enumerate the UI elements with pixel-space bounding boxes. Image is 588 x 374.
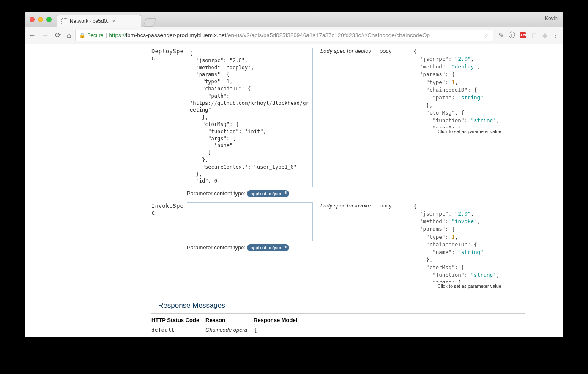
content-type-label: Parameter content type: <box>187 190 246 197</box>
toolbar: ← → ⟳ ⌂ 🔒 Secure | https://ibm-bcs-passe… <box>25 27 563 44</box>
response-header: HTTP Status Code Reason Response Model <box>151 314 525 327</box>
param-description: body spec for deploy <box>316 48 380 197</box>
param-data-type: { "jsonrpc": "2.0", "method": "invoke", … <box>413 202 525 289</box>
content-type-row: Parameter content type: application/json <box>187 190 316 197</box>
extension-icons: ✎ ⓘ ABP ◻ ◆ ⋮ <box>498 31 559 40</box>
lock-icon: 🔒 <box>79 33 85 38</box>
deploy-body-textarea[interactable] <box>187 48 313 187</box>
home-icon[interactable]: ⌂ <box>67 31 71 40</box>
swagger-panel: DeploySpec Parameter content type: appli… <box>151 44 525 337</box>
param-value: Parameter content type: application/json <box>187 202 316 289</box>
titlebar: Network · ba5d0.. × Kevin <box>25 12 563 27</box>
invoke-body-textarea[interactable] <box>187 202 313 241</box>
close-window-icon[interactable] <box>30 17 35 22</box>
reason: Chaincode opera <box>205 327 254 333</box>
page-content: DeploySpec Parameter content type: appli… <box>25 44 563 337</box>
tab-title: Network · ba5d0.. <box>70 18 109 24</box>
drive-icon[interactable]: ◆ <box>542 31 548 39</box>
maximize-window-icon[interactable] <box>46 17 52 22</box>
info-icon[interactable]: ⓘ <box>509 31 515 40</box>
secure-badge: 🔒 Secure <box>79 33 103 38</box>
content-type-label: Parameter content type: <box>187 244 246 251</box>
nav-controls: ← → ⟳ ⌂ <box>29 31 71 40</box>
forward-icon[interactable]: → <box>42 31 49 40</box>
param-description: body spec for invoke <box>316 202 380 289</box>
param-type: body <box>380 48 413 197</box>
param-name: InvokeSpec <box>151 202 187 289</box>
url-host: ibm-bcs-passenger-prod.mybluemix.net <box>126 32 226 38</box>
response-model: { <box>254 327 525 333</box>
col-status: HTTP Status Code <box>151 317 205 323</box>
address-bar[interactable]: 🔒 Secure | https://ibm-bcs-passenger-pro… <box>75 30 493 41</box>
param-type: body <box>380 202 413 289</box>
profile-label[interactable]: Kevin <box>545 16 558 22</box>
back-icon[interactable]: ← <box>29 31 36 40</box>
menu-icon[interactable]: ⋮ <box>552 31 559 39</box>
url-path: /en-us/v2/apis/ba5d025f326946a1a17a37c12… <box>226 32 430 38</box>
param-row-deploy: DeploySpec Parameter content type: appli… <box>151 44 525 199</box>
tab-close-icon[interactable]: × <box>112 18 115 24</box>
secure-label: Secure <box>87 33 103 38</box>
browser-window: Network · ba5d0.. × Kevin ← → ⟳ ⌂ 🔒 Secu… <box>25 12 563 337</box>
tab-strip: Network · ba5d0.. × <box>57 12 155 27</box>
status-code: default <box>151 327 205 333</box>
col-reason: Reason <box>205 317 254 323</box>
model-schema[interactable]: { "jsonrpc": "2.0", "method": "deploy", … <box>413 48 525 128</box>
param-name: DeploySpec <box>151 48 187 197</box>
browser-tab[interactable]: Network · ba5d0.. × <box>57 15 141 27</box>
param-data-type: { "jsonrpc": "2.0", "method": "deploy", … <box>413 48 525 197</box>
param-row-invoke: InvokeSpec Parameter content type: appli… <box>151 199 525 290</box>
url-scheme: https:// <box>109 32 126 38</box>
tab-favicon <box>61 18 67 24</box>
pocket-icon[interactable]: ◻ <box>531 31 537 39</box>
minimize-window-icon[interactable] <box>38 17 43 22</box>
window-controls <box>25 17 52 22</box>
model-click-hint: Click to set as parameter value <box>413 129 525 134</box>
content-type-row: Parameter content type: application/json <box>187 244 316 251</box>
bookmark-star-icon[interactable]: ☆ <box>484 32 490 39</box>
response-table: HTTP Status Code Reason Response Model d… <box>151 313 525 333</box>
response-messages-title: Response Messages <box>158 301 525 310</box>
model-schema[interactable]: { "jsonrpc": "2.0", "method": "invoke", … <box>413 202 525 283</box>
content-type-select[interactable]: application/json <box>247 190 289 197</box>
param-value: Parameter content type: application/json <box>187 48 316 197</box>
reload-icon[interactable]: ⟳ <box>55 31 61 40</box>
evernote-icon[interactable]: ✎ <box>498 31 504 39</box>
content-type-select[interactable]: application/json <box>247 244 289 251</box>
new-tab-button[interactable] <box>143 18 156 27</box>
col-model: Response Model <box>254 317 525 323</box>
response-row: default Chaincode opera { <box>151 327 525 333</box>
model-click-hint: Click to set as parameter value <box>413 284 525 289</box>
abp-icon[interactable]: ABP <box>520 32 526 38</box>
